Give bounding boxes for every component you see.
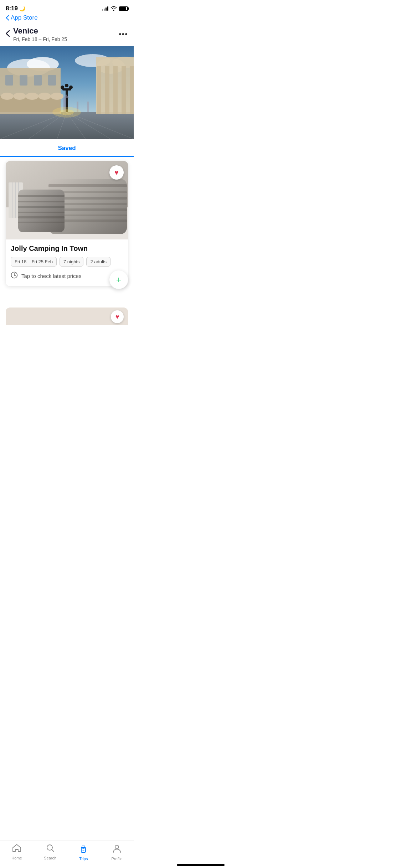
tab-underline — [0, 156, 134, 157]
saved-tab-label[interactable]: Saved — [0, 145, 134, 156]
hero-image — [0, 46, 134, 139]
date-tag: Fri 18 – Fri 25 Feb — [11, 257, 57, 267]
favorite-button[interactable]: ♥ — [109, 165, 124, 180]
svg-rect-28 — [122, 66, 126, 114]
svg-point-32 — [61, 86, 64, 89]
status-icons — [102, 6, 128, 12]
svg-rect-29 — [130, 66, 134, 114]
page-subtitle: Fri, Feb 18 – Fri, Feb 25 — [13, 36, 67, 42]
svg-rect-23 — [48, 75, 56, 86]
clock-icon — [11, 272, 18, 280]
back-button[interactable] — [6, 30, 10, 39]
svg-rect-48 — [48, 184, 127, 187]
plus-icon: + — [116, 275, 121, 284]
hotel-name: Jolly Camping In Town — [11, 244, 123, 253]
app-store-back-button[interactable]: App Store — [6, 14, 128, 21]
app-store-label: App Store — [11, 14, 38, 21]
second-card-favorite[interactable]: ♥ — [111, 310, 124, 323]
svg-rect-57 — [18, 201, 65, 202]
svg-rect-20 — [5, 75, 13, 86]
status-time: 8:19 — [6, 5, 18, 12]
hotel-card-outer: ♥ Jolly Camping In Town Fri 18 – Fri 25 … — [0, 161, 134, 286]
add-button[interactable]: + — [109, 270, 128, 289]
saved-tab-container: Saved — [0, 139, 134, 157]
wifi-icon — [110, 6, 117, 12]
svg-rect-60 — [18, 216, 65, 218]
page-header: Venice Fri, Feb 18 – Fri, Feb 25 ••• — [0, 24, 134, 46]
svg-rect-31 — [62, 88, 71, 91]
second-card-preview: ♥ — [6, 308, 128, 325]
svg-point-40 — [60, 109, 74, 115]
svg-rect-58 — [18, 206, 65, 208]
hotel-card[interactable]: ♥ Jolly Camping In Town Fri 18 – Fri 25 … — [6, 161, 128, 286]
svg-rect-25 — [97, 66, 101, 114]
adults-tag: 2 adults — [86, 257, 110, 267]
svg-point-16 — [13, 93, 26, 100]
signal-icon — [102, 6, 108, 11]
battery-icon — [119, 6, 128, 11]
svg-point-33 — [69, 86, 73, 89]
more-button[interactable]: ••• — [119, 30, 128, 39]
price-text: Tap to check latest prices — [21, 273, 81, 279]
svg-rect-22 — [34, 75, 42, 86]
app-store-nav: App Store — [0, 14, 134, 24]
moon-icon: 🌙 — [19, 6, 25, 11]
svg-rect-27 — [113, 66, 118, 114]
svg-rect-59 — [18, 212, 65, 213]
svg-point-34 — [65, 84, 68, 87]
second-heart-icon: ♥ — [115, 313, 119, 321]
heart-icon: ♥ — [114, 169, 119, 177]
svg-point-18 — [38, 93, 51, 100]
svg-rect-38 — [87, 102, 89, 112]
hotel-tags: Fri 18 – Fri 25 Feb 7 nights 2 adults — [11, 257, 123, 267]
svg-point-17 — [26, 93, 38, 100]
svg-rect-56 — [18, 195, 65, 197]
svg-rect-21 — [20, 75, 27, 86]
status-bar: 8:19 🌙 — [0, 0, 134, 14]
svg-point-15 — [1, 93, 14, 100]
hotel-image: ♥ — [6, 161, 128, 239]
page-title: Venice — [13, 26, 67, 36]
price-row[interactable]: Tap to check latest prices — [11, 272, 123, 280]
svg-rect-26 — [105, 66, 109, 114]
svg-point-19 — [51, 93, 63, 100]
nights-tag: 7 nights — [60, 257, 84, 267]
svg-rect-61 — [18, 222, 65, 223]
